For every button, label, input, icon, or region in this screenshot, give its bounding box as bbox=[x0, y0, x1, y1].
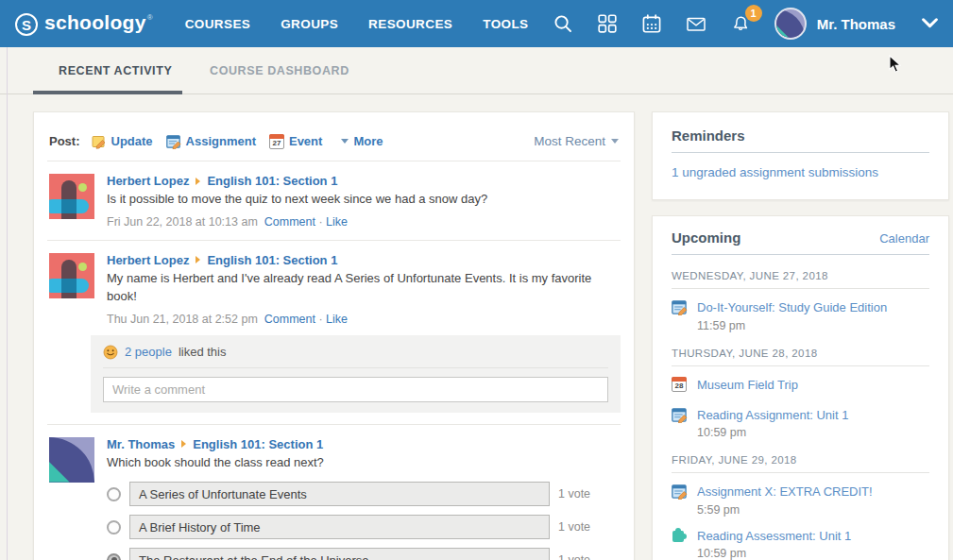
event-time: 10:59 pm bbox=[697, 426, 848, 439]
event-link[interactable]: Reading Assessment: Unit 1 bbox=[697, 529, 851, 543]
feed-post: Herbert Lopez English 101: Section 1 My … bbox=[47, 241, 621, 326]
tab-bar: RECENT ACTIVITY COURSE DASHBOARD bbox=[0, 47, 953, 94]
event-link[interactable]: Assignment X: EXTRA CREDIT! bbox=[697, 484, 873, 499]
puzzle-icon bbox=[672, 531, 684, 542]
nav-resources[interactable]: RESOURCES bbox=[368, 17, 452, 31]
avatar-mr-thomas[interactable] bbox=[49, 437, 94, 483]
author-link[interactable]: Mr. Thomas bbox=[107, 437, 175, 451]
search-icon[interactable] bbox=[553, 13, 573, 34]
poll-vote-count: 1 vote bbox=[558, 487, 590, 501]
poll-vote-count: 1 vote bbox=[558, 520, 590, 534]
day-header: WEDNESDAY, JUNE 27, 2018 bbox=[672, 270, 929, 281]
nav-groups[interactable]: GROUPS bbox=[281, 17, 338, 31]
upcoming-event: Do-It-Yourself: Study Guide Edition 11:5… bbox=[672, 298, 929, 332]
mail-icon[interactable] bbox=[686, 13, 706, 34]
schoology-logo[interactable]: S schoology ® bbox=[15, 11, 153, 36]
likes-and-comment-box: 2 people liked this bbox=[91, 335, 621, 413]
poll-radio[interactable] bbox=[107, 487, 121, 501]
post-label: Post: bbox=[49, 134, 80, 148]
event-time: 10:59 pm bbox=[697, 547, 851, 560]
author-link[interactable]: Herbert Lopez bbox=[107, 253, 189, 267]
user-avatar[interactable] bbox=[774, 8, 807, 40]
assignment-icon bbox=[672, 484, 688, 500]
page-edge-line bbox=[7, 47, 8, 560]
post-update-label: Update bbox=[111, 134, 153, 148]
post-text: My name is Herbert and I've already read… bbox=[107, 270, 619, 306]
breadcrumb-arrow-icon bbox=[181, 440, 186, 448]
day-header: THURSDAY, JUNE 28, 2018 bbox=[672, 348, 929, 359]
event-link[interactable]: Reading Assignment: Unit 1 bbox=[697, 408, 848, 422]
poll-radio[interactable] bbox=[107, 520, 121, 535]
post-event-label: Event bbox=[289, 134, 322, 148]
feed-post: Herbert Lopez English 101: Section 1 Is … bbox=[47, 161, 621, 229]
sort-dropdown-icon bbox=[611, 139, 619, 144]
divider bbox=[672, 472, 929, 473]
brand-trademark: ® bbox=[147, 13, 153, 22]
comment-link[interactable]: Comment bbox=[264, 313, 315, 326]
post-more-button[interactable]: More bbox=[341, 134, 383, 148]
calendar-event-icon: 28 bbox=[672, 377, 687, 392]
like-summary: 2 people liked this bbox=[103, 345, 608, 368]
nav-courses[interactable]: COURSES bbox=[185, 17, 251, 31]
calendar-link[interactable]: Calendar bbox=[879, 231, 929, 246]
post-byline: Mr. Thomas English 101: Section 1 bbox=[107, 437, 619, 451]
calendar-icon[interactable] bbox=[641, 13, 662, 34]
like-link[interactable]: Like bbox=[326, 313, 348, 326]
sort-label: Most Recent bbox=[534, 134, 605, 148]
divider bbox=[672, 254, 929, 255]
event-time: 5:59 pm bbox=[697, 503, 873, 517]
liked-suffix: liked this bbox=[179, 345, 227, 359]
tab-recent-activity[interactable]: RECENT ACTIVITY bbox=[59, 47, 172, 93]
post-update-button[interactable]: Update bbox=[92, 134, 153, 149]
poll-vote-count: 1 vote bbox=[558, 553, 590, 560]
breadcrumb-arrow-icon bbox=[196, 178, 200, 185]
comment-link[interactable]: Comment bbox=[264, 215, 315, 229]
avatar-herbert-lopez[interactable] bbox=[49, 253, 94, 298]
schoology-s-icon: S bbox=[15, 13, 38, 36]
post-byline: Herbert Lopez English 101: Section 1 bbox=[107, 174, 619, 188]
active-tab-underline bbox=[33, 91, 182, 94]
app-grid-icon[interactable] bbox=[597, 13, 618, 34]
poll-option: The Restaurant at the End of the Univers… bbox=[107, 548, 619, 560]
breadcrumb-arrow-icon bbox=[196, 256, 200, 263]
poll-option-bar[interactable]: A Series of Unfortunate Events bbox=[129, 482, 550, 506]
like-link[interactable]: Like bbox=[326, 215, 348, 229]
course-link[interactable]: English 101: Section 1 bbox=[207, 174, 337, 188]
assignment-icon bbox=[672, 407, 688, 423]
comment-input[interactable] bbox=[103, 377, 608, 402]
bell-icon[interactable]: 1 bbox=[730, 13, 751, 34]
top-navbar: S schoology ® COURSES GROUPS RESOURCES T… bbox=[0, 0, 953, 47]
nav-tools[interactable]: TOOLS bbox=[483, 17, 528, 31]
poll-radio-selected[interactable] bbox=[107, 553, 121, 560]
upcoming-event: Reading Assignment: Unit 1 10:59 pm bbox=[672, 406, 929, 440]
post-byline: Herbert Lopez English 101: Section 1 bbox=[107, 253, 619, 267]
chevron-down-icon[interactable] bbox=[919, 13, 940, 34]
event-link[interactable]: Do-It-Yourself: Study Guide Edition bbox=[697, 300, 887, 314]
upcoming-event: Assignment X: EXTRA CREDIT! 5:59 pm bbox=[672, 483, 929, 517]
smiley-icon bbox=[103, 345, 118, 360]
liked-by-link[interactable]: 2 people bbox=[125, 345, 172, 359]
tab-course-dashboard[interactable]: COURSE DASHBOARD bbox=[210, 47, 349, 93]
post-assignment-label: Assignment bbox=[186, 134, 256, 148]
divider bbox=[672, 365, 929, 366]
update-icon bbox=[92, 134, 107, 149]
event-icon: 27 bbox=[269, 134, 284, 149]
poll-option-bar[interactable]: A Brief History of Time bbox=[129, 515, 550, 539]
course-link[interactable]: English 101: Section 1 bbox=[193, 437, 323, 451]
event-time: 11:59 pm bbox=[697, 319, 887, 332]
poll-options: A Series of Unfortunate Events 1 vote A … bbox=[107, 482, 619, 560]
divider bbox=[672, 152, 929, 153]
avatar-herbert-lopez[interactable] bbox=[49, 174, 94, 219]
upcoming-event: Reading Assessment: Unit 1 10:59 pm bbox=[672, 527, 929, 560]
post-assignment-button[interactable]: Assignment bbox=[166, 134, 256, 149]
author-link[interactable]: Herbert Lopez bbox=[107, 174, 189, 188]
user-name[interactable]: Mr. Thomas bbox=[817, 16, 895, 32]
event-link[interactable]: Museum Field Trip bbox=[697, 378, 798, 392]
activity-feed: Post: Update Assignment 27 Event More Mo… bbox=[33, 111, 635, 560]
post-event-button[interactable]: 27 Event bbox=[269, 134, 322, 149]
poll-option-bar[interactable]: The Restaurant at the End of the Univers… bbox=[129, 548, 550, 560]
course-link[interactable]: English 101: Section 1 bbox=[207, 253, 337, 267]
notification-badge[interactable]: 1 bbox=[745, 5, 762, 22]
sort-dropdown[interactable]: Most Recent bbox=[534, 134, 619, 148]
ungraded-submissions-link[interactable]: 1 ungraded assignment submissions bbox=[672, 165, 878, 179]
